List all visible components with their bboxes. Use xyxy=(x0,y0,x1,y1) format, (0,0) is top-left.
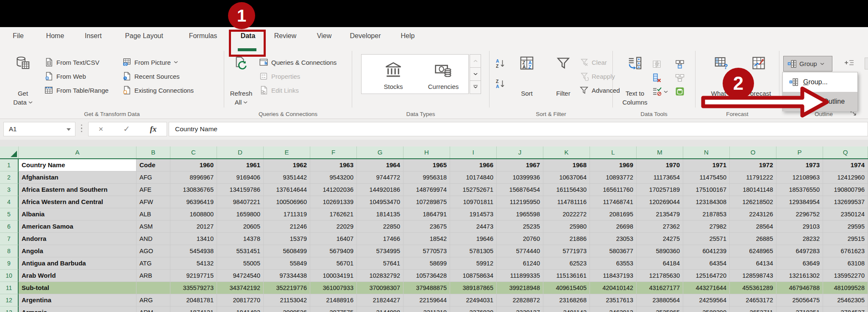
cell-code[interactable]: AND xyxy=(136,233,170,245)
cell-value[interactable]: 61240 xyxy=(497,257,543,270)
cell-value[interactable]: 92197715 xyxy=(170,270,217,282)
cell-value[interactable]: 97334438 xyxy=(264,270,310,282)
cell-value[interactable]: 102691339 xyxy=(310,196,357,208)
cell-value[interactable]: 20127 xyxy=(170,221,217,233)
cell-value[interactable]: 100506960 xyxy=(264,196,310,208)
cell-value[interactable]: 111899335 xyxy=(497,270,543,282)
cell-value[interactable]: 370098307 xyxy=(357,282,403,294)
name-box-dropdown-icon[interactable] xyxy=(67,128,71,131)
cell-value[interactable]: 2276030 xyxy=(450,306,497,312)
cell-value[interactable]: 2296752 xyxy=(776,208,823,221)
cell-value[interactable]: 2077575 xyxy=(310,306,357,312)
cell-year-header[interactable]: 1967 xyxy=(497,159,543,171)
refresh-all-button[interactable]: Refresh All xyxy=(226,53,256,107)
cell-value[interactable]: 5454938 xyxy=(170,245,217,257)
tab-insert[interactable]: Insert xyxy=(85,27,102,45)
gallery-scroll-up-button[interactable] xyxy=(470,55,481,68)
cell-value[interactable]: 6248965 xyxy=(730,245,776,257)
cell-value[interactable]: 389187865 xyxy=(450,282,497,294)
cell-country-name[interactable]: Andorra xyxy=(19,233,136,245)
cell-value[interactable]: 11475450 xyxy=(683,171,730,184)
cell-value[interactable]: 2652711 xyxy=(730,306,776,312)
cell-value[interactable]: 9956318 xyxy=(403,171,450,184)
cell-value[interactable]: 28564 xyxy=(730,221,776,233)
cell-value[interactable]: 10174840 xyxy=(450,171,497,184)
cell-year-header[interactable]: 1960 xyxy=(170,159,217,171)
from-text-csv-button[interactable]: From Text/CSV xyxy=(44,57,99,68)
cell-value[interactable]: 57641 xyxy=(357,257,403,270)
cell-value[interactable]: 2462913 xyxy=(590,306,637,312)
cell-year-header[interactable]: 1972 xyxy=(730,159,776,171)
column-header-G[interactable]: G xyxy=(357,146,403,158)
gallery-scroll-down-button[interactable] xyxy=(470,68,481,81)
column-header-F[interactable]: F xyxy=(310,146,357,158)
flash-fill-button[interactable] xyxy=(652,59,663,70)
cell-value[interactable]: 21246 xyxy=(264,221,310,233)
column-header-L[interactable]: L xyxy=(590,146,637,158)
column-header-A[interactable]: A xyxy=(19,146,136,158)
row-header-5[interactable]: 5 xyxy=(0,208,19,221)
cell-value[interactable]: 132699537 xyxy=(823,196,868,208)
column-header-P[interactable]: P xyxy=(776,146,823,158)
cell-value[interactable]: 2135479 xyxy=(637,208,683,221)
from-web-button[interactable]: From Web xyxy=(44,71,86,82)
cell-value[interactable]: 1874121 xyxy=(170,306,217,312)
cell-value[interactable]: 2081695 xyxy=(590,208,637,221)
cell-value[interactable]: 26698 xyxy=(590,221,637,233)
cell-value[interactable]: 20481781 xyxy=(170,294,217,306)
cell-value[interactable]: 14378 xyxy=(217,233,264,245)
cell-country-name[interactable]: Afghanistan xyxy=(19,171,136,184)
cell-value[interactable]: 467946788 xyxy=(776,282,823,294)
cell-value[interactable]: 29515 xyxy=(823,233,868,245)
cell-value[interactable]: 25980 xyxy=(543,221,590,233)
cell-value[interactable]: 25056475 xyxy=(776,294,823,306)
sort-ascending-button[interactable] xyxy=(495,58,506,69)
cell-value[interactable]: 1814135 xyxy=(357,208,403,221)
cell-value[interactable]: 1608800 xyxy=(170,208,217,221)
cell-year-header[interactable]: 1961 xyxy=(217,159,264,171)
cell-value[interactable]: 104953470 xyxy=(357,196,403,208)
cell-value[interactable]: 17466 xyxy=(357,233,403,245)
cell-value[interactable]: 21824427 xyxy=(357,294,403,306)
row-header-11[interactable]: 11 xyxy=(0,282,19,294)
cell-value[interactable]: 6497283 xyxy=(776,245,823,257)
cell-value[interactable]: 11791222 xyxy=(730,171,776,184)
row-header-10[interactable]: 10 xyxy=(0,270,19,282)
enter-icon[interactable]: ✓ xyxy=(123,122,130,136)
cell-country-name-header[interactable]: Country Name xyxy=(19,159,136,171)
cell-value[interactable]: 9744772 xyxy=(357,171,403,184)
cell-value[interactable]: 11173654 xyxy=(637,171,683,184)
row-header-7[interactable]: 7 xyxy=(0,233,19,245)
cell-value[interactable]: 9351442 xyxy=(264,171,310,184)
cell-value[interactable]: 22828872 xyxy=(497,294,543,306)
cell-value[interactable]: 5734995 xyxy=(357,245,403,257)
cell-value[interactable]: 22159644 xyxy=(403,294,450,306)
cell-value[interactable]: 5531451 xyxy=(217,245,264,257)
cell-value[interactable]: 9169406 xyxy=(217,171,264,184)
cell-value[interactable]: 190800796 xyxy=(823,184,868,196)
cell-value[interactable]: 125164720 xyxy=(683,270,730,282)
cell-country-name[interactable]: Angola xyxy=(19,245,136,257)
cell-value[interactable]: 24259564 xyxy=(683,294,730,306)
cell-value[interactable]: 1941492 xyxy=(217,306,264,312)
cell-year-header[interactable]: 1964 xyxy=(357,159,403,171)
row-header-2[interactable]: 2 xyxy=(0,171,19,184)
column-header-K[interactable]: K xyxy=(543,146,590,158)
consolidate-button[interactable] xyxy=(675,59,686,70)
recent-sources-button[interactable]: Recent Sources xyxy=(122,71,180,82)
formula-input[interactable]: Country Name xyxy=(169,122,868,136)
cell-value[interactable]: 137614644 xyxy=(264,184,310,196)
cell-value[interactable]: 94724540 xyxy=(217,270,264,282)
cell-value[interactable]: 23517613 xyxy=(590,294,637,306)
reapply-filter-button[interactable]: Reapply xyxy=(579,71,615,82)
column-header-D[interactable]: D xyxy=(217,146,264,158)
tab-view[interactable]: View xyxy=(317,27,331,45)
cell-value[interactable]: 23675 xyxy=(403,221,450,233)
cell-value[interactable]: 64354 xyxy=(683,257,730,270)
cell-value[interactable]: 15379 xyxy=(264,233,310,245)
group-dropdown-button[interactable]: Group xyxy=(783,56,832,72)
cell-year-header[interactable]: 1974 xyxy=(823,159,868,171)
cell-value[interactable]: 129384954 xyxy=(776,196,823,208)
cell-value[interactable]: 361007933 xyxy=(310,282,357,294)
cell-value[interactable]: 102832792 xyxy=(357,270,403,282)
